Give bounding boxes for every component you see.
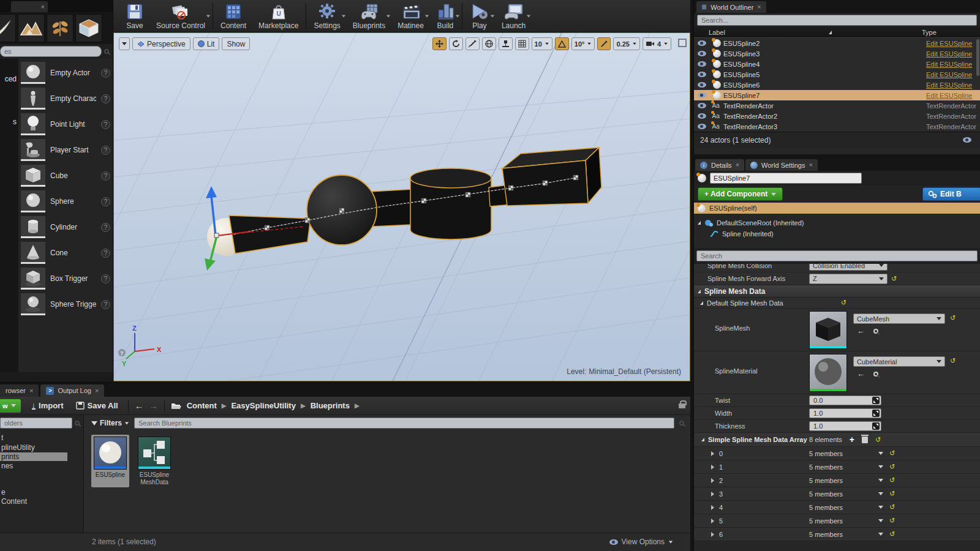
visibility-eye-icon[interactable] (698, 92, 706, 98)
close-icon[interactable]: × (757, 4, 761, 10)
close-icon[interactable]: × (29, 388, 33, 394)
collision-dropdown[interactable]: Collision Enabled (809, 264, 888, 271)
outliner-row[interactable]: AaTextRenderActorTextRenderActor (694, 100, 980, 111)
help-icon[interactable]: ? (101, 69, 110, 78)
collapsed-arrow-icon[interactable] (711, 492, 714, 497)
edit-blueprint-link[interactable]: Edit ESUSpline (926, 61, 980, 68)
component-self-row[interactable]: ESUSpline(self) (694, 203, 980, 214)
twist-input[interactable]: 0.0 (809, 395, 881, 405)
collapsed-arrow-icon[interactable] (711, 478, 714, 483)
reset-to-default-icon[interactable]: ↺ (889, 531, 895, 538)
category-label[interactable]: s (13, 118, 17, 126)
browse-icon[interactable] (873, 372, 878, 377)
outliner-row-selected[interactable]: ESUSpline7Edit ESUSpline (694, 90, 980, 100)
details-tab[interactable]: i Details × (695, 159, 744, 171)
visibility-eye-icon[interactable] (698, 124, 706, 129)
edit-blueprint-button[interactable]: Edit B (922, 187, 980, 201)
view-options-button[interactable]: View Options (609, 538, 673, 546)
asset-search-input[interactable] (134, 418, 674, 429)
reset-to-default-icon[interactable]: ↺ (950, 315, 956, 321)
outliner-row[interactable]: AaTextRenderActor3TextRenderActor (694, 121, 980, 132)
level-name[interactable]: Minimal_Default (Persistent) (589, 367, 681, 376)
default-spline-mesh-data-row[interactable]: Default Spline Mesh Data ↺ (694, 298, 980, 309)
help-icon[interactable]: ? (101, 197, 110, 206)
dropdown-caret-icon[interactable] (456, 15, 459, 18)
outliner-row[interactable]: ESUSpline3Edit ESUSpline (694, 48, 980, 59)
help-icon[interactable]: ? (101, 300, 110, 309)
edit-blueprint-link[interactable]: Edit ESUSpline (926, 71, 980, 78)
add-component-button[interactable]: + Add Component (698, 187, 783, 201)
grid-snap-button[interactable] (515, 37, 529, 50)
element-menu-caret-icon[interactable] (878, 506, 883, 509)
component-spline-row[interactable]: Spline (Inherited) (694, 228, 980, 239)
level-viewport[interactable]: Z X Y ? Perspective Lit Show (113, 32, 690, 381)
blueprints-button[interactable]: Blueprints (347, 0, 391, 32)
help-icon[interactable]: ? (101, 223, 110, 232)
help-icon[interactable]: ? (101, 120, 110, 129)
thickness-input[interactable]: 1.0 (809, 421, 881, 431)
rotate-tool-button[interactable] (449, 37, 463, 50)
forward-axis-dropdown[interactable]: Z (809, 274, 888, 284)
use-selected-arrow-icon[interactable]: ← (857, 369, 865, 378)
type-column-header[interactable]: Type (922, 29, 937, 36)
collapsed-arrow-icon[interactable] (711, 465, 714, 470)
dropdown-caret-icon[interactable] (386, 15, 390, 18)
folder-item[interactable]: Content (0, 497, 27, 506)
reset-to-default-icon[interactable]: ↺ (841, 299, 846, 306)
place-item-cube[interactable]: Cube ? (18, 163, 113, 189)
array-header-row[interactable]: Simple Spline Mesh Data Array 8 elements… (694, 433, 980, 447)
spline-mesh-data-section-header[interactable]: Spline Mesh Data (694, 285, 980, 298)
place-item-cone[interactable]: Cone ? (18, 240, 113, 266)
drag-handle-icon[interactable] (872, 397, 880, 404)
help-icon[interactable]: ? (101, 94, 110, 103)
drag-handle-icon[interactable] (872, 410, 880, 417)
visibility-eye-icon[interactable] (698, 72, 706, 77)
browse-icon[interactable] (873, 329, 878, 334)
category-label[interactable]: ced (5, 75, 17, 83)
collapsed-arrow-icon[interactable] (711, 519, 714, 523)
edit-blueprint-link[interactable]: Edit ESUSpline (926, 92, 980, 99)
breadcrumb-item-easysplineutility[interactable]: EasySplineUtility (231, 401, 295, 410)
place-item-empty-actor[interactable]: Empty Actor ? (18, 60, 113, 86)
play-button[interactable]: Play (464, 0, 496, 32)
spline-material-dropdown[interactable]: CubeMaterial (853, 356, 945, 367)
dropdown-caret-icon[interactable] (206, 15, 210, 18)
visibility-eye-icon[interactable] (698, 82, 706, 88)
import-button[interactable]: ↓ Import (28, 401, 67, 410)
place-item-player-start[interactable]: Player Start ? (18, 137, 113, 163)
array-element-row[interactable]: 15 members↺ (694, 460, 980, 474)
world-coordinate-button[interactable] (482, 37, 496, 50)
reset-to-default-icon[interactable]: ↺ (889, 477, 895, 484)
asset-tile-esusplinemeshdata[interactable]: ESUSpline MeshData (135, 435, 173, 487)
outliner-column-header[interactable]: Label Type (694, 28, 980, 38)
edit-blueprint-link[interactable]: Edit ESUSpline (926, 40, 980, 47)
world-settings-tab[interactable]: World Settings × (745, 159, 818, 171)
place-item-box-trigger[interactable]: Box Trigger ? (18, 266, 113, 291)
element-menu-caret-icon[interactable] (878, 533, 883, 536)
cube-material-thumbnail[interactable] (809, 354, 847, 392)
outliner-row[interactable]: AaTextRenderActor2TextRenderActor (694, 111, 980, 121)
element-menu-caret-icon[interactable] (878, 452, 883, 455)
close-icon[interactable]: × (95, 388, 99, 394)
mode-landscape-button[interactable] (18, 14, 45, 42)
back-arrow-icon[interactable]: ← (135, 400, 144, 411)
folder-item[interactable]: nes (0, 462, 13, 470)
dropdown-caret-icon[interactable] (491, 15, 494, 18)
folder-item[interactable]: t (0, 433, 3, 442)
visibility-eye-icon[interactable] (698, 103, 706, 108)
visibility-eye-icon[interactable] (698, 61, 706, 67)
build-button[interactable]: Build (430, 0, 461, 32)
use-selected-arrow-icon[interactable]: ← (857, 326, 865, 335)
help-icon[interactable]: ? (101, 249, 110, 258)
camera-speed-button[interactable]: 4 (643, 37, 671, 50)
settings-button[interactable]: Settings (307, 0, 346, 32)
marketplace-button[interactable]: U Marketplace (252, 0, 304, 32)
place-item-sphere[interactable]: Sphere ? (18, 189, 113, 214)
add-element-icon[interactable]: + (850, 435, 854, 444)
output-log-tab[interactable]: > Output Log × (40, 384, 104, 397)
lock-icon[interactable] (679, 403, 685, 408)
reset-to-default-icon[interactable]: ↺ (889, 517, 895, 524)
delete-elements-icon[interactable] (862, 437, 868, 443)
folder-item[interactable]: e (0, 488, 6, 497)
maximize-viewport-icon[interactable] (678, 39, 687, 47)
